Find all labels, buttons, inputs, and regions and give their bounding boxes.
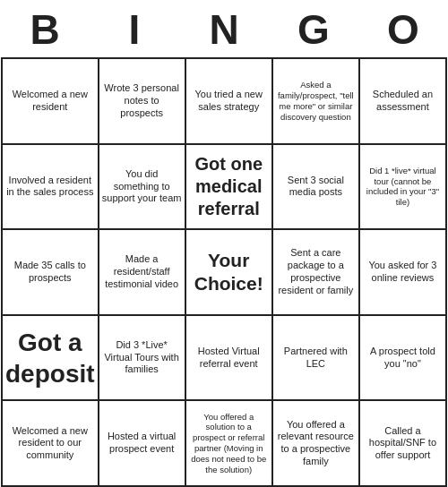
- bingo-cell-5: Involved a resident in the sales process: [3, 145, 99, 231]
- bingo-grid: Welcomed a new residentWrote 3 personal …: [1, 57, 447, 487]
- bingo-cell-18: Partnered with LEC: [273, 316, 360, 402]
- bingo-cell-13: Sent a care package to a prospective res…: [273, 230, 360, 316]
- bingo-header: B I N G O: [0, 0, 448, 57]
- bingo-cell-10: Made 35 calls to prospects: [3, 230, 99, 316]
- bingo-cell-22: You offered a solution to a prospect or …: [186, 401, 273, 487]
- bingo-cell-9: Did 1 *live* virtual tour (cannot be inc…: [360, 145, 447, 231]
- bingo-cell-6: You did something to support your team: [99, 145, 186, 231]
- bingo-cell-14: You asked for 3 online reviews: [360, 230, 447, 316]
- bingo-cell-12: Your Choice!: [186, 230, 273, 316]
- bingo-cell-21: Hosted a virtual prospect event: [99, 401, 186, 487]
- letter-i: I: [90, 5, 179, 54]
- letter-b: B: [0, 5, 90, 54]
- letter-g: G: [269, 5, 358, 54]
- bingo-cell-16: Did 3 *Live* Virtual Tours with families: [99, 316, 186, 402]
- bingo-cell-3: Asked a family/prospect, "tell me more" …: [273, 59, 360, 145]
- bingo-cell-8: Sent 3 social media posts: [273, 145, 360, 231]
- bingo-cell-4: Scheduled an assessment: [360, 59, 447, 145]
- bingo-cell-11: Made a resident/staff testimonial video: [99, 230, 186, 316]
- bingo-cell-15: Got a deposit: [3, 316, 99, 402]
- bingo-cell-17: Hosted Virtual referral event: [186, 316, 273, 402]
- bingo-cell-1: Wrote 3 personal notes to prospects: [99, 59, 186, 145]
- bingo-cell-20: Welcomed a new resident to our community: [3, 401, 99, 487]
- letter-n: N: [179, 5, 269, 54]
- bingo-cell-0: Welcomed a new resident: [3, 59, 99, 145]
- bingo-cell-23: You offered a relevant resource to a pro…: [273, 401, 360, 487]
- bingo-cell-2: You tried a new sales strategy: [186, 59, 273, 145]
- bingo-cell-24: Called a hospital/SNF to offer support: [360, 401, 447, 487]
- bingo-cell-19: A prospect told you "no": [360, 316, 447, 402]
- letter-o: O: [358, 5, 448, 54]
- bingo-cell-7: Got one medical referral: [186, 145, 273, 231]
